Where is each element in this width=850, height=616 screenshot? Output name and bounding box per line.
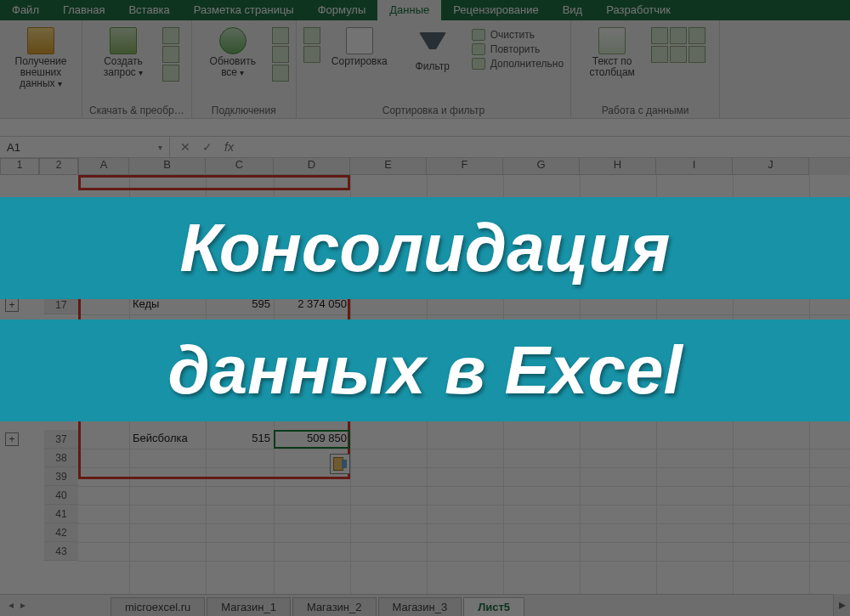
- ribbon-group-4: Текст постолбцамРабота с данными: [571, 20, 720, 118]
- ribbon-group-label-0: [7, 115, 75, 116]
- title-banner-line2: данных в Excel: [0, 319, 850, 421]
- filter-повторить-icon: [472, 43, 485, 55]
- sheet-tab-Магазин_2[interactable]: Магазин_2: [292, 597, 377, 616]
- data-tools-mini-2[interactable]: [688, 27, 706, 44]
- cell-D37[interactable]: 509 850: [274, 430, 350, 449]
- menu-tab-файл[interactable]: Файл: [0, 0, 51, 20]
- filter-дополнительно-icon: [472, 58, 485, 70]
- filter-icon: [419, 32, 446, 59]
- ribbon-group-1: Создатьзапрос ▾Скачать & преобр…: [82, 20, 192, 118]
- fx-icon[interactable]: fx: [224, 140, 234, 154]
- filter-очистить[interactable]: Очистить: [472, 29, 564, 41]
- menu-tab-формулы[interactable]: Формулы: [306, 0, 378, 20]
- outline-level-headers: 1 2: [0, 158, 78, 175]
- sort-desc-icon[interactable]: [303, 46, 320, 63]
- filter-дополнительно[interactable]: Дополнительно: [472, 58, 564, 70]
- ribbon-group-label-3: Сортировка и фильтр: [303, 103, 564, 116]
- ribbon: Получениевнешних данных ▾Создатьзапрос ▾…: [0, 20, 850, 119]
- text-to-columns-button[interactable]: Текст постолбцам: [578, 24, 646, 78]
- filter-button[interactable]: Фильтр: [399, 24, 467, 72]
- confirm-formula-icon[interactable]: ✓: [202, 140, 212, 154]
- sheet-tab-Магазин_1[interactable]: Магазин_1: [207, 597, 291, 616]
- ribbon-group-label-4: Работа с данными: [578, 103, 712, 116]
- cell-B37[interactable]: Бейсболка: [129, 430, 206, 449]
- row-header-41[interactable]: 41: [44, 505, 78, 523]
- filter-повторить-label: Повторить: [490, 43, 541, 55]
- sheet-tab-bar: ◂ ▸ ▸ microexcel.ruМагазин_1Магазин_2Маг…: [0, 594, 850, 616]
- ribbon-group-label-1: Скачать & преобр…: [89, 103, 184, 116]
- row-header-43[interactable]: 43: [44, 542, 78, 561]
- refresh-all-label: Обновитьвсе ▾: [210, 56, 256, 78]
- filter-очистить-icon: [472, 29, 485, 41]
- menu-tab-разметка страницы[interactable]: Разметка страницы: [182, 0, 306, 20]
- sheet-nav-first-icon[interactable]: ◂: [8, 599, 14, 611]
- create-query-label: Создатьзапрос ▾: [104, 56, 143, 78]
- filter-повторить[interactable]: Повторить: [472, 43, 564, 55]
- outline-expand-17[interactable]: +: [5, 298, 19, 312]
- menu-tab-вставка[interactable]: Вставка: [116, 0, 181, 20]
- column-header-A[interactable]: A: [78, 158, 129, 175]
- sheet-tab-Магазин_3[interactable]: Магазин_3: [378, 597, 462, 616]
- ribbon-group-0: Получениевнешних данных ▾: [0, 20, 82, 118]
- row-header-39[interactable]: 39: [44, 467, 78, 486]
- column-header-B[interactable]: B: [129, 158, 206, 175]
- column-header-C[interactable]: C: [206, 158, 274, 175]
- menu-tab-вид[interactable]: Вид: [551, 0, 595, 20]
- data-tools-mini-0[interactable]: [651, 27, 668, 44]
- data-tools-mini-5[interactable]: [688, 46, 706, 63]
- get-external-data-button[interactable]: Получениевнешних данных ▾: [7, 24, 75, 89]
- create-query-button[interactable]: Создатьзапрос ▾: [89, 24, 157, 78]
- sheet-nav-prev-icon[interactable]: ▸: [20, 599, 26, 611]
- data-tools-mini-4[interactable]: [670, 46, 687, 63]
- sheet-tab-Лист5[interactable]: Лист5: [463, 597, 524, 616]
- ribbon-mini-2-0[interactable]: [272, 27, 289, 44]
- text-to-columns-icon: [598, 27, 626, 54]
- menu-tab-главная[interactable]: Главная: [51, 0, 116, 20]
- column-header-D[interactable]: D: [274, 158, 350, 175]
- ribbon-mini-1-1[interactable]: [162, 46, 179, 63]
- sort-asc-icon[interactable]: [303, 27, 320, 44]
- column-header-H[interactable]: H: [580, 158, 656, 175]
- sheet-nav-buttons: ◂ ▸: [0, 594, 110, 616]
- title-banner-line1: Консолидация: [0, 197, 850, 299]
- menu-tab-данные[interactable]: Данные: [377, 0, 441, 20]
- row-header-40[interactable]: 40: [44, 486, 78, 505]
- menu-tab-разработчик[interactable]: Разработчик: [594, 0, 683, 20]
- menu-tab-bar: ФайлГлавнаяВставкаРазметка страницыФорму…: [0, 0, 850, 20]
- row-header-38[interactable]: 38: [44, 449, 78, 467]
- menu-tab-рецензирование[interactable]: Рецензирование: [441, 0, 550, 20]
- create-query-icon: [110, 27, 137, 54]
- row-header-37[interactable]: 37: [44, 430, 78, 449]
- ribbon-mini-1-2[interactable]: [162, 65, 179, 82]
- column-headers: ABCDEFGHIJ: [78, 158, 850, 175]
- data-tools-mini-1[interactable]: [670, 27, 687, 44]
- column-header-G[interactable]: G: [503, 158, 580, 175]
- sort-button[interactable]: Сортировка: [326, 24, 394, 67]
- formula-bar: A1 ✕ ✓ fx: [0, 136, 850, 158]
- name-box[interactable]: A1: [0, 136, 170, 158]
- cancel-formula-icon[interactable]: ✕: [180, 140, 190, 154]
- column-header-I[interactable]: I: [656, 158, 733, 175]
- filter-label: Фильтр: [416, 61, 450, 72]
- outline-expand-37[interactable]: +: [5, 432, 19, 446]
- filter-очистить-label: Очистить: [490, 29, 535, 41]
- column-header-J[interactable]: J: [733, 158, 809, 175]
- refresh-all-icon: [219, 27, 246, 54]
- outline-level-2[interactable]: 2: [39, 158, 78, 175]
- ribbon-mini-1-0[interactable]: [162, 27, 179, 44]
- sheet-tab-microexcel.ru[interactable]: microexcel.ru: [110, 597, 205, 616]
- ribbon-group-label-2: Подключения: [199, 103, 289, 116]
- column-header-F[interactable]: F: [427, 158, 503, 175]
- sort-icon: [346, 27, 373, 54]
- paste-options-icon[interactable]: [330, 454, 350, 474]
- ribbon-mini-2-1[interactable]: [272, 46, 289, 63]
- outline-level-1[interactable]: 1: [0, 158, 39, 175]
- row-header-42[interactable]: 42: [44, 523, 78, 542]
- data-tools-mini-3[interactable]: [651, 46, 668, 63]
- refresh-all-button[interactable]: Обновитьвсе ▾: [199, 24, 267, 78]
- horizontal-scroll-right[interactable]: ▸: [833, 594, 850, 616]
- column-header-E[interactable]: E: [350, 158, 427, 175]
- ribbon-mini-2-2[interactable]: [272, 65, 289, 82]
- sort-label: Сортировка: [332, 56, 388, 67]
- cell-C37[interactable]: 515: [206, 430, 274, 449]
